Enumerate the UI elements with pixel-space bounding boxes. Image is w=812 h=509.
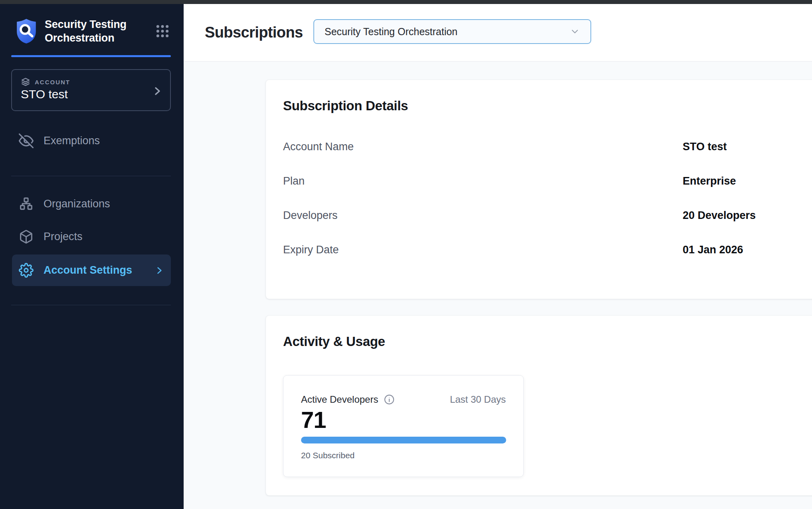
account-label: ACCOUNT xyxy=(35,79,70,85)
detail-label: Developers xyxy=(283,209,683,222)
subscribed-count-label: 20 Subscribed xyxy=(301,451,506,460)
chevron-right-icon xyxy=(155,265,164,276)
sidebar-item-label: Exemptions xyxy=(44,135,100,147)
sidebar-divider xyxy=(11,176,171,176)
detail-row: Account Name STO test xyxy=(266,129,812,164)
detail-row: Plan Enterprise xyxy=(266,164,812,198)
account-scope-card[interactable]: ACCOUNT STO test xyxy=(11,69,171,111)
account-name: STO test xyxy=(21,87,68,101)
sidebar-item-account-settings[interactable]: Account Settings xyxy=(12,254,171,286)
active-developers-progress-fill xyxy=(301,437,506,443)
grid-menu-icon[interactable] xyxy=(153,22,172,40)
detail-value: Enterprise xyxy=(683,175,736,187)
layers-icon xyxy=(21,77,30,87)
sidebar-item-label: Account Settings xyxy=(44,264,132,276)
detail-row: Developers 20 Developers xyxy=(266,198,812,233)
active-developers-progress-track xyxy=(301,437,506,443)
org-chart-icon xyxy=(19,197,34,211)
sidebar-item-organizations[interactable]: Organizations xyxy=(12,191,171,217)
app-title: Security Testing Orchestration xyxy=(45,18,137,45)
detail-label: Plan xyxy=(283,175,683,187)
sidebar-item-exemptions[interactable]: Exemptions xyxy=(12,127,171,154)
module-selector-dropdown[interactable]: Security Testing Orchestration xyxy=(313,19,591,44)
sidebar-divider xyxy=(11,305,171,305)
active-developers-label: Active Developers xyxy=(301,394,378,405)
sidebar-item-projects[interactable]: Projects xyxy=(12,223,171,250)
gear-icon xyxy=(19,263,34,278)
app-logo-row: Security Testing Orchestration xyxy=(15,18,172,45)
page-header: Subscriptions Security Testing Orchestra… xyxy=(184,4,812,61)
detail-row: Expiry Date 01 Jan 2026 xyxy=(266,233,812,267)
cube-icon xyxy=(19,229,34,244)
shield-search-logo-icon xyxy=(15,18,38,44)
module-selector-value: Security Testing Orchestration xyxy=(325,26,457,38)
activity-usage-card: Activity & Usage Active Developers Last … xyxy=(266,316,812,495)
detail-value: 20 Developers xyxy=(683,209,756,222)
subscription-details-title: Subscription Details xyxy=(283,98,812,113)
chevron-right-icon xyxy=(152,85,162,97)
sidebar-accent-line xyxy=(11,55,171,57)
subscription-details-rows: Account Name STO test Plan Enterprise De… xyxy=(266,129,812,267)
info-icon[interactable] xyxy=(384,394,395,405)
content-area: Subscription Details Account Name STO te… xyxy=(184,62,812,509)
chevron-down-icon xyxy=(570,26,580,37)
active-developers-count: 71 xyxy=(301,408,506,431)
period-label: Last 30 Days xyxy=(450,394,506,405)
sidebar: Security Testing Orchestration ACCOUNT S… xyxy=(0,4,184,509)
subscription-details-card: Subscription Details Account Name STO te… xyxy=(266,80,812,299)
detail-label: Expiry Date xyxy=(283,244,683,256)
page-title: Subscriptions xyxy=(205,24,303,41)
sidebar-item-label: Projects xyxy=(44,231,83,243)
sidebar-item-label: Organizations xyxy=(44,198,110,210)
detail-value: 01 Jan 2026 xyxy=(683,244,743,256)
browser-top-strip xyxy=(0,0,812,4)
detail-value: STO test xyxy=(683,141,727,153)
eye-off-icon xyxy=(19,133,34,148)
activity-usage-title: Activity & Usage xyxy=(283,334,812,349)
active-developers-tile: Active Developers Last 30 Days 71 20 Sub… xyxy=(283,375,524,477)
detail-label: Account Name xyxy=(283,141,683,153)
